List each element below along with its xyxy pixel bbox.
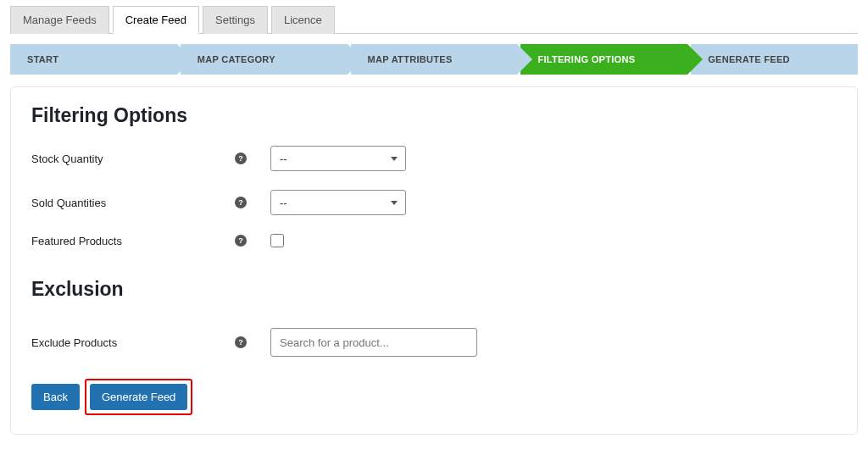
tab-manage-feeds[interactable]: Manage Feeds <box>10 6 109 34</box>
help-icon[interactable]: ? <box>235 197 247 208</box>
featured-products-checkbox[interactable] <box>270 234 284 247</box>
stock-quantity-label: Stock Quantity <box>31 153 235 165</box>
section-title: Filtering Options <box>31 104 837 127</box>
help-icon[interactable]: ? <box>235 153 247 164</box>
help-icon[interactable]: ? <box>235 235 247 247</box>
step-start[interactable]: START <box>10 44 177 75</box>
row-exclude-products: Exclude Products ? <box>31 328 837 357</box>
sold-quantities-select[interactable]: -- <box>270 190 406 215</box>
exclusion-title: Exclusion <box>31 278 837 301</box>
generate-feed-button[interactable]: Generate Feed <box>90 384 187 410</box>
highlight-annotation: Generate Feed <box>85 379 192 415</box>
wizard-steps: START MAP CATEGORY MAP ATTRIBUTES FILTER… <box>10 44 858 75</box>
step-generate-feed[interactable]: GENERATE FEED <box>691 44 858 75</box>
exclude-products-label: Exclude Products <box>31 336 235 349</box>
tab-licence[interactable]: Licence <box>271 6 335 34</box>
help-icon[interactable]: ? <box>235 336 247 348</box>
top-tabs: Manage Feeds Create Feed Settings Licenc… <box>10 5 858 34</box>
stock-quantity-select[interactable]: -- <box>270 146 406 171</box>
exclude-products-input[interactable] <box>270 328 477 357</box>
featured-products-label: Featured Products <box>31 235 235 247</box>
filtering-card: Filtering Options Stock Quantity ? -- So… <box>10 86 858 435</box>
row-featured-products: Featured Products ? <box>31 234 837 247</box>
step-filtering-options[interactable]: FILTERING OPTIONS <box>520 44 687 75</box>
row-sold-quantities: Sold Quantities ? -- <box>31 190 837 215</box>
tab-settings[interactable]: Settings <box>203 6 268 34</box>
step-map-category[interactable]: MAP CATEGORY <box>181 44 348 75</box>
back-button[interactable]: Back <box>31 384 80 410</box>
sold-quantities-label: Sold Quantities <box>31 197 235 209</box>
row-stock-quantity: Stock Quantity ? -- <box>31 146 837 171</box>
step-map-attributes[interactable]: MAP ATTRIBUTES <box>351 44 518 75</box>
tab-create-feed[interactable]: Create Feed <box>113 6 199 34</box>
action-buttons: Back Generate Feed <box>31 379 837 415</box>
